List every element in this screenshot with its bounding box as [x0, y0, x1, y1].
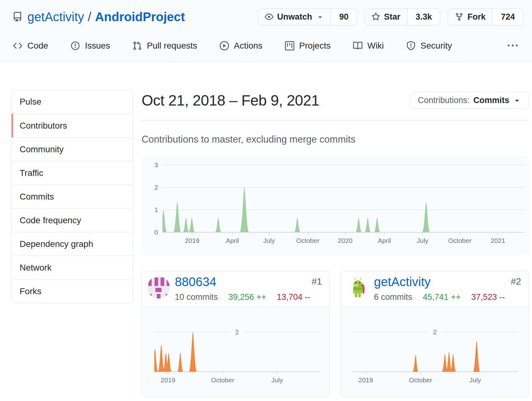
sidebar-item-pulse[interactable]: Pulse [12, 90, 133, 114]
android-mascot-avatar [347, 276, 369, 299]
sidebar-item-commits[interactable]: Commits [12, 185, 133, 208]
contributor-card: getActivity 6 commits 45,741 ++ 37,523 -… [341, 271, 529, 397]
repo-action-buttons: Unwatch 90 Star 3.3k [258, 8, 523, 25]
contributor-cards: 880634 10 commits 39,256 ++ 13,704 -- #1… [142, 271, 529, 397]
shield-icon [406, 41, 416, 50]
fork-button[interactable]: Fork [448, 9, 492, 25]
sidebar-item-contributors[interactable]: Contributors [12, 114, 133, 137]
additions-count: 45,741 ++ [423, 292, 461, 302]
additions-count: 39,256 ++ [228, 292, 266, 302]
project-board-icon [285, 41, 294, 50]
svg-text:2: 2 [235, 328, 239, 336]
svg-text:October: October [296, 237, 320, 244]
svg-text:October: October [448, 237, 472, 244]
contributor-username-link[interactable]: 880634 [175, 274, 216, 289]
git-pull-request-icon [133, 41, 142, 50]
sidebar-item-code-frequency[interactable]: Code frequency [12, 208, 133, 232]
tab-pull-requests[interactable]: Pull requests [133, 41, 197, 51]
eye-icon [265, 12, 273, 21]
chart-subtitle: Contributions to master, excluding merge… [142, 134, 355, 145]
sidebar-item-network[interactable]: Network [12, 256, 133, 279]
tab-wiki[interactable]: Wiki [353, 41, 384, 51]
deletions-count: 13,704 -- [277, 292, 310, 302]
repo-separator: / [88, 10, 91, 24]
contributor-rank-badge: #2 [511, 276, 521, 287]
tab-security[interactable]: Security [406, 41, 452, 51]
fork-count[interactable]: 724 [492, 9, 523, 25]
svg-text:2: 2 [154, 184, 158, 191]
tab-label: Actions [234, 41, 263, 51]
deletions-count: 37,523 -- [471, 292, 505, 302]
fork-icon [455, 12, 464, 21]
svg-text:2020: 2020 [338, 237, 352, 244]
sidebar-item-dependency-graph[interactable]: Dependency graph [12, 232, 133, 256]
fork-button-group: Fork 724 [448, 8, 523, 25]
contributor-activity-chart[interactable]: 22019OctoberJuly [341, 307, 529, 397]
issue-opened-icon [71, 41, 80, 50]
tab-projects[interactable]: Projects [285, 41, 331, 51]
sidebar-item-forks[interactable]: Forks [12, 279, 133, 303]
contributor-chart-area: 22019OctoberJuly [142, 307, 329, 397]
tab-code[interactable]: Code [13, 41, 48, 51]
svg-text:April: April [378, 237, 391, 244]
watch-button-group: Unwatch 90 [258, 8, 357, 25]
book-icon [353, 41, 362, 50]
star-label: Star [384, 12, 400, 22]
svg-text:July: July [469, 376, 481, 384]
repo-title-row: getActivity / AndroidProject Unwatch [12, 9, 523, 25]
svg-text:October: October [211, 376, 234, 384]
star-icon [371, 12, 380, 21]
contributor-activity-chart[interactable]: 22019OctoberJuly [142, 307, 329, 397]
tab-label: Code [27, 41, 48, 51]
date-range-title: Oct 21, 2018 – Feb 9, 2021 [142, 92, 319, 109]
watch-count[interactable]: 90 [331, 9, 357, 25]
title-divider [142, 120, 528, 120]
unwatch-label: Unwatch [277, 12, 312, 22]
contributor-chart-area: 22019OctoberJuly [341, 307, 529, 397]
play-circle-icon [220, 41, 229, 50]
nav-overflow-kebab-icon[interactable] [506, 39, 520, 53]
contributor-rank-badge: #1 [312, 276, 322, 287]
svg-text:2019: 2019 [185, 237, 199, 244]
svg-text:October: October [409, 376, 432, 384]
repo-owner-link[interactable]: getActivity [27, 10, 84, 24]
sidebar-item-traffic[interactable]: Traffic [12, 161, 133, 185]
star-count[interactable]: 3.3k [407, 9, 440, 25]
commit-count[interactable]: 10 commits [175, 292, 218, 302]
tab-actions[interactable]: Actions [220, 41, 263, 51]
star-button[interactable]: Star [365, 9, 407, 25]
contributor-card: 880634 10 commits 39,256 ++ 13,704 -- #1… [142, 271, 330, 397]
svg-text:July: July [417, 237, 428, 244]
svg-text:July: July [263, 237, 275, 244]
filter-value: Commits [473, 96, 509, 105]
contributions-filter-dropdown[interactable]: Contributions: Commits [410, 92, 529, 109]
sidebar-item-community[interactable]: Community [12, 137, 133, 161]
insights-sidebar: Pulse Contributors Community Traffic Com… [11, 90, 133, 303]
contributor-stats: 6 commits 45,741 ++ 37,523 -- [374, 292, 505, 302]
date-range-row: Oct 21, 2018 – Feb 9, 2021 Contributions… [142, 91, 529, 109]
contributions-overview-panel: 01232019AprilJulyOctober2020AprilJulyOct… [142, 156, 529, 256]
svg-text:July: July [271, 376, 283, 384]
identicon-avatar [147, 276, 170, 299]
tab-issues[interactable]: Issues [71, 41, 110, 51]
svg-text:April: April [226, 237, 239, 244]
fork-label: Fork [467, 12, 486, 22]
svg-text:0: 0 [154, 229, 158, 236]
chevron-down-icon [513, 96, 521, 104]
tab-label: Issues [85, 41, 110, 51]
contributor-username-link[interactable]: getActivity [374, 274, 431, 289]
svg-text:2019: 2019 [161, 376, 175, 384]
star-button-group: Star 3.3k [364, 8, 440, 25]
svg-text:2021: 2021 [491, 237, 505, 244]
tab-label: Projects [299, 41, 331, 51]
repo-nav-tabs: Code Issues Pull requests Actions Projec… [13, 37, 520, 55]
contributor-card-header: getActivity 6 commits 45,741 ++ 37,523 -… [341, 271, 529, 307]
contributor-card-header: 880634 10 commits 39,256 ++ 13,704 -- #1 [142, 271, 329, 307]
commit-count[interactable]: 6 commits [374, 292, 412, 302]
tab-label: Pull requests [147, 41, 197, 51]
chevron-down-icon [316, 13, 324, 21]
unwatch-button[interactable]: Unwatch [258, 9, 331, 25]
code-icon [13, 41, 22, 50]
repo-name-link[interactable]: AndroidProject [95, 10, 185, 24]
contributions-overview-chart[interactable]: 01232019AprilJulyOctober2020AprilJulyOct… [142, 156, 529, 256]
